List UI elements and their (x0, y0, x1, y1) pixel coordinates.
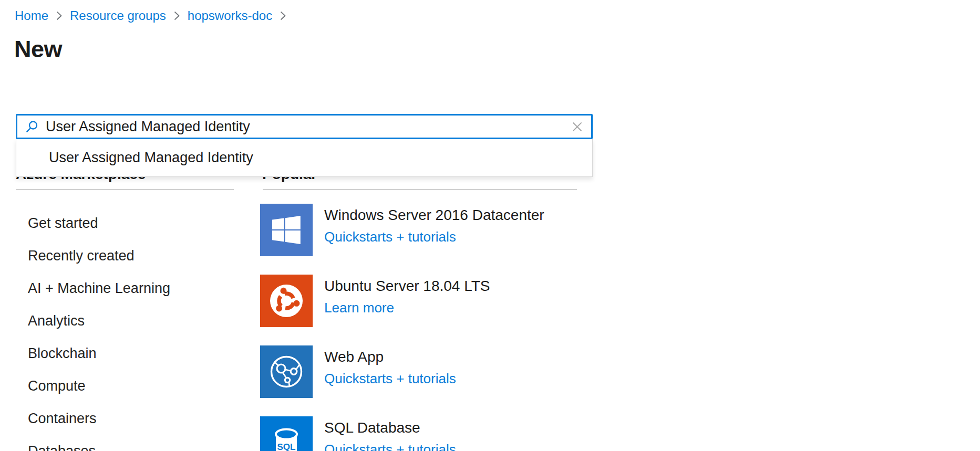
close-icon (571, 121, 583, 133)
marketplace-category-item[interactable]: Blockchain (28, 337, 170, 370)
marketplace-category-item[interactable]: AI + Machine Learning (28, 272, 170, 305)
marketplace-category-item[interactable]: Get started (28, 207, 170, 239)
popular-item-link[interactable]: Quickstarts + tutorials (324, 371, 456, 386)
breadcrumb-link[interactable]: Resource groups (70, 8, 166, 23)
popular-item-text: SQL Database Quickstarts + tutorials (324, 416, 456, 451)
popular-item-link[interactable]: Quickstarts + tutorials (324, 229, 456, 245)
popular-item-icon[interactable]: SQL (260, 416, 313, 451)
search-input[interactable] (46, 119, 569, 135)
popular-item-link[interactable]: Learn more (324, 300, 394, 316)
popular-item: SQL Web App Quickstarts + tutorials (260, 345, 607, 398)
popular-item-link[interactable]: Quickstarts + tutorials (324, 442, 456, 451)
search-suggestion-item[interactable]: User Assigned Managed Identity (16, 139, 592, 176)
breadcrumb-link[interactable]: Home (15, 8, 48, 23)
breadcrumb-separator-icon (173, 10, 181, 22)
search-icon (25, 120, 39, 134)
clear-search-button[interactable] (569, 119, 585, 134)
search-suggestions-dropdown: User Assigned Managed Identity (16, 139, 593, 177)
marketplace-category-item[interactable]: Databases (28, 435, 170, 451)
popular-item-text: Windows Server 2016 Datacenter Quickstar… (324, 204, 544, 256)
marketplace-category-list: Get started Recently created AI + Machin… (28, 207, 170, 451)
marketplace-category-item[interactable]: Containers (28, 402, 170, 435)
marketplace-category-item[interactable]: Compute (28, 370, 170, 402)
popular-item-title[interactable]: Web App (324, 348, 456, 366)
marketplace-heading-divider (16, 189, 234, 190)
resource-search-box (16, 114, 593, 139)
popular-list: SQL Windows Server 2016 Datacenter Quick… (260, 204, 607, 451)
popular-item-title[interactable]: SQL Database (324, 419, 456, 437)
popular-item-icon[interactable]: SQL (260, 345, 313, 398)
popular-item-title[interactable]: Ubuntu Server 18.04 LTS (324, 277, 490, 295)
windows-logo-icon (272, 216, 301, 244)
popular-heading-divider (263, 189, 577, 190)
breadcrumb-separator-icon (279, 10, 287, 22)
popular-item-title[interactable]: Windows Server 2016 Datacenter (324, 206, 544, 224)
popular-item-icon[interactable]: SQL (260, 275, 313, 327)
popular-item-text: Web App Quickstarts + tutorials (324, 345, 456, 398)
azure-portal-new-resource-page: { "colors": { "accent": "#0b7cd8", "sear… (0, 0, 980, 451)
breadcrumb-separator-icon (55, 10, 63, 22)
globe-network-icon (260, 345, 313, 398)
breadcrumb: Home Resource groups hopsworks-doc (15, 7, 287, 24)
popular-item-icon[interactable]: SQL (260, 204, 313, 256)
popular-item: SQL SQL Database Quickstarts + tutorials (260, 416, 607, 451)
breadcrumb-link[interactable]: hopsworks-doc (188, 8, 272, 23)
popular-item: SQL Ubuntu Server 18.04 LTS Learn more (260, 275, 607, 327)
page-title: New (14, 36, 62, 63)
sql-database-icon: SQL (260, 416, 313, 451)
ubuntu-logo-icon (260, 275, 313, 327)
popular-item-text: Ubuntu Server 18.04 LTS Learn more (324, 275, 490, 327)
marketplace-category-item[interactable]: Analytics (28, 305, 170, 337)
marketplace-category-item[interactable]: Recently created (28, 239, 170, 272)
popular-item: SQL Windows Server 2016 Datacenter Quick… (260, 204, 607, 256)
svg-text:SQL: SQL (277, 442, 296, 451)
